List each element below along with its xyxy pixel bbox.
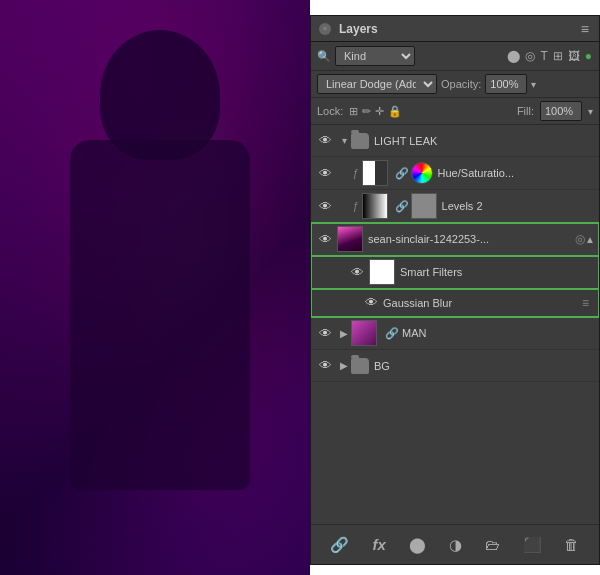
layer-name-smart-filters: Smart Filters [400, 266, 595, 278]
layer-name-hue-sat: Hue/Saturatio... [438, 167, 595, 179]
filter-icons-row: ⬤ ◎ T ⊞ 🖼 ● [506, 49, 593, 63]
lock-icons: ⊞ ✏ ✛ 🔒 [349, 105, 402, 118]
footer-link-btn[interactable]: 🔗 [326, 534, 353, 556]
fill-input[interactable] [540, 101, 582, 121]
fill-chevron: ▾ [588, 106, 593, 117]
visibility-gaussian[interactable]: 👁 [361, 295, 383, 310]
visibility-light-leak[interactable]: 👁 [315, 133, 337, 148]
lock-row: Lock: ⊞ ✏ ✛ 🔒 Fill: ▾ [311, 98, 599, 125]
lock-label: Lock: [317, 105, 343, 117]
footer-adjustment-btn[interactable]: ◑ [445, 534, 466, 556]
footer-delete-btn[interactable]: 🗑 [560, 534, 583, 555]
scroll-up-indicator: ▲ [585, 234, 595, 245]
layer-man[interactable]: 👁 ▶ 🔗 MAN [311, 317, 599, 350]
layer-name-gaussian: Gaussian Blur [383, 297, 582, 309]
layers-panel: × Layers ≡ 🔍 Kind ⬤ ◎ T ⊞ 🖼 ● Linear Dod… [310, 15, 600, 565]
thumbnail-man [351, 320, 377, 346]
filter-smart-btn[interactable]: 🖼 [567, 49, 581, 63]
link-icon-levels2: ƒ [353, 201, 359, 212]
expand-man[interactable]: ▶ [337, 328, 351, 339]
layer-name-levels2: Levels 2 [442, 200, 595, 212]
lock-all-btn[interactable]: 🔒 [388, 105, 402, 118]
filter-bar: 🔍 Kind ⬤ ◎ T ⊞ 🖼 ● [311, 42, 599, 71]
visibility-levels2[interactable]: 👁 [315, 199, 337, 214]
lock-move-btn[interactable]: ✛ [375, 105, 384, 118]
layers-list: 👁 ▾ LIGHT LEAK 👁 ƒ 🔗 Hue/Saturatio... 👁 … [311, 125, 599, 524]
layer-light-leak[interactable]: 👁 ▾ LIGHT LEAK [311, 125, 599, 157]
visibility-photo[interactable]: 👁 [315, 232, 337, 247]
filter-type-btn[interactable]: T [539, 49, 548, 63]
visibility-man[interactable]: 👁 [315, 326, 337, 341]
panel-header-left: × Layers [319, 22, 378, 36]
background-image [0, 0, 310, 575]
search-icon: 🔍 [317, 50, 331, 63]
lock-pixels-btn[interactable]: ⊞ [349, 105, 358, 118]
filter-shape-btn[interactable]: ⊞ [552, 49, 564, 63]
mask-thumb-levels2 [411, 193, 437, 219]
layer-name-bg: BG [374, 360, 595, 372]
filter-toggle-btn[interactable]: ● [584, 49, 593, 63]
visibility-hue-sat[interactable]: 👁 [315, 166, 337, 181]
footer-fx-btn[interactable]: fx [368, 534, 389, 555]
layer-photo[interactable]: 👁 sean-sinclair-1242253-... ◎ ▲ [311, 223, 599, 256]
chain-hue-sat: 🔗 [395, 167, 409, 180]
filter-pixel-btn[interactable]: ⬤ [506, 49, 521, 63]
footer-mask-btn[interactable]: ⬤ [405, 534, 430, 556]
layer-smart-filters[interactable]: 👁 Smart Filters [311, 256, 599, 289]
smart-object-icon: ◎ [575, 232, 585, 246]
chain-levels2: 🔗 [395, 200, 409, 213]
layer-name-photo: sean-sinclair-1242253-... [368, 233, 571, 245]
visibility-bg[interactable]: 👁 [315, 358, 337, 373]
layer-name-man: MAN [402, 327, 595, 339]
person-silhouette [20, 20, 260, 520]
expand-bg[interactable]: ▶ [337, 360, 351, 371]
folder-icon-bg [351, 358, 369, 374]
filter-adjust-btn[interactable]: ◎ [524, 49, 536, 63]
body-shape [70, 140, 250, 490]
thumbnail-levels2 [362, 193, 388, 219]
layer-gaussian[interactable]: 👁 Gaussian Blur ≡ [311, 289, 599, 317]
blend-mode-dropdown[interactable]: Linear Dodge (Add) [317, 74, 437, 94]
opacity-chevron: ▾ [531, 79, 536, 90]
footer-group-btn[interactable]: 🗁 [481, 534, 504, 555]
thumbnail-smart-filters [369, 259, 395, 285]
expand-light-leak[interactable]: ▾ [337, 135, 351, 146]
link-icon-hue-sat: ƒ [353, 168, 359, 179]
filter-options-icon[interactable]: ≡ [582, 296, 595, 310]
lock-paint-btn[interactable]: ✏ [362, 105, 371, 118]
visibility-smart-filters[interactable]: 👁 [347, 265, 369, 280]
thumbnail-photo [337, 226, 363, 252]
opacity-label: Opacity: [441, 78, 481, 90]
panel-header: × Layers ≡ [311, 16, 599, 42]
opacity-input[interactable] [485, 74, 527, 94]
folder-icon-light-leak [351, 133, 369, 149]
footer-new-layer-btn[interactable]: ⬛ [519, 534, 546, 556]
panel-title: Layers [339, 22, 378, 36]
layer-levels2[interactable]: 👁 ƒ 🔗 Levels 2 [311, 190, 599, 223]
panel-footer: 🔗 fx ⬤ ◑ 🗁 ⬛ 🗑 [311, 524, 599, 564]
fill-label: Fill: [517, 105, 534, 117]
layer-hue-sat[interactable]: 👁 ƒ 🔗 Hue/Saturatio... [311, 157, 599, 190]
layer-bg[interactable]: 👁 ▶ BG [311, 350, 599, 382]
filter-kind-dropdown[interactable]: Kind [335, 46, 415, 66]
layer-name-light-leak: LIGHT LEAK [374, 135, 595, 147]
link-icon-man: 🔗 [385, 327, 399, 340]
panel-close-button[interactable]: × [319, 23, 331, 35]
panel-menu-button[interactable]: ≡ [579, 21, 591, 37]
thumbnail-hue-sat [362, 160, 388, 186]
mask-thumb-hue-sat [411, 162, 433, 184]
blend-mode-row: Linear Dodge (Add) Opacity: ▾ [311, 71, 599, 98]
